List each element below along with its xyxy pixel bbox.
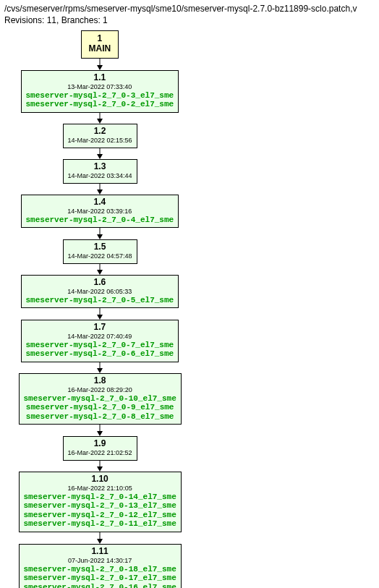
svg-marker-9 <box>97 234 103 239</box>
revision-date: 16-Mar-2022 21:02:52 <box>68 449 132 456</box>
revision-version: 1.3 <box>68 162 132 172</box>
svg-marker-13 <box>97 315 103 320</box>
revisions-info: Revisions: 11, Branches: 1 <box>4 14 375 26</box>
revision-version: 1.1 <box>26 73 174 83</box>
revision-graph: 1MAIN1.113-Mar-2022 07:33:40smeserver-my… <box>0 27 379 588</box>
revision-tag: smeserver-mysql-2_7_0-8_el7_sme <box>24 412 176 422</box>
revision-date: 07-Jun-2022 14:30:17 <box>24 557 176 564</box>
revision-node: 1.916-Mar-2022 21:02:52 <box>63 436 137 460</box>
svg-marker-15 <box>97 368 103 373</box>
revision-node: 1.714-Mar-2022 07:40:49smeserver-mysql-2… <box>21 320 179 362</box>
header: /cvs/smeserver/rpms/smeserver-mysql/sme1… <box>0 0 379 27</box>
branch-root-node: 1MAIN <box>81 30 119 59</box>
revision-node: 1.614-Mar-2022 06:05:33smeserver-mysql-2… <box>21 275 179 308</box>
revision-node: 1.1016-Mar-2022 21:10:05smeserver-mysql-… <box>19 472 182 532</box>
revision-node: 1.214-Mar-2022 02:15:56 <box>63 124 137 148</box>
revision-tag: smeserver-mysql-2_7_0-6_el7_sme <box>26 349 174 359</box>
revision-version: 1.9 <box>68 439 132 449</box>
revision-version: 1.5 <box>68 242 132 252</box>
revision-tag: smeserver-mysql-2_7_0-9_el7_sme <box>24 403 176 412</box>
revision-tag: smeserver-mysql-2_7_0-12_el7_sme <box>24 511 176 520</box>
revision-version: 1.11 <box>24 547 176 557</box>
revision-date: 13-Mar-2022 07:33:40 <box>26 83 174 90</box>
revision-date: 16-Mar-2022 21:10:05 <box>24 485 176 492</box>
page: /cvs/smeserver/rpms/smeserver-mysql/sme1… <box>0 0 379 588</box>
revision-version: 1.10 <box>24 474 176 485</box>
svg-marker-17 <box>97 431 103 436</box>
svg-marker-5 <box>97 154 103 159</box>
revision-tag: smeserver-mysql-2_7_0-3_el7_sme <box>26 91 174 101</box>
revision-version: 1.7 <box>26 323 174 333</box>
revision-date: 14-Mar-2022 03:39:16 <box>26 208 174 215</box>
svg-marker-3 <box>97 119 103 124</box>
revision-date: 16-Mar-2022 08:29:20 <box>24 386 176 393</box>
revision-node: 1.1107-Jun-2022 14:30:17smeserver-mysql-… <box>19 544 182 588</box>
path-text: /cvs/smeserver/rpms/smeserver-mysql/sme1… <box>4 3 375 14</box>
svg-marker-7 <box>97 189 103 195</box>
revision-tag: smeserver-mysql-2_7_0-10_el7_sme <box>24 394 176 404</box>
revision-version: 1.4 <box>26 197 174 208</box>
svg-marker-19 <box>97 466 103 472</box>
revision-version: 1.2 <box>68 127 132 137</box>
svg-marker-11 <box>97 270 103 275</box>
revision-node: 1.414-Mar-2022 03:39:16smeserver-mysql-2… <box>21 195 179 228</box>
revision-tag: smeserver-mysql-2_7_0-11_el7_sme <box>24 519 176 529</box>
revision-tag: smeserver-mysql-2_7_0-16_el7_sme <box>24 583 176 588</box>
revision-date: 14-Mar-2022 03:34:44 <box>68 172 132 179</box>
svg-marker-21 <box>97 539 103 544</box>
svg-marker-1 <box>97 65 103 70</box>
revision-tag: smeserver-mysql-2_7_0-4_el7_sme <box>26 216 174 225</box>
revision-node: 1.314-Mar-2022 03:34:44 <box>63 159 137 183</box>
revision-version: 1.6 <box>26 278 174 288</box>
revision-date: 14-Mar-2022 04:57:48 <box>68 252 132 260</box>
revision-node: 1.113-Mar-2022 07:33:40smeserver-mysql-2… <box>21 70 179 112</box>
revision-node: 1.816-Mar-2022 08:29:20smeserver-mysql-2… <box>19 373 182 425</box>
revision-date: 14-Mar-2022 06:05:33 <box>26 288 174 295</box>
revision-node: 1.514-Mar-2022 04:57:48 <box>63 239 137 263</box>
revision-tag: smeserver-mysql-2_7_0-17_el7_sme <box>24 574 176 583</box>
revision-tag: smeserver-mysql-2_7_0-2_el7_sme <box>26 100 174 109</box>
revision-date: 14-Mar-2022 07:40:49 <box>26 333 174 340</box>
revision-tag: smeserver-mysql-2_7_0-7_el7_sme <box>26 341 174 350</box>
revision-tag: smeserver-mysql-2_7_0-18_el7_sme <box>24 565 176 574</box>
revision-tag: smeserver-mysql-2_7_0-13_el7_sme <box>24 501 176 511</box>
revision-version: 1.8 <box>24 376 176 386</box>
revision-tag: smeserver-mysql-2_7_0-5_el7_sme <box>26 296 174 305</box>
revision-tag: smeserver-mysql-2_7_0-14_el7_sme <box>24 493 176 502</box>
revision-date: 14-Mar-2022 02:15:56 <box>68 137 132 144</box>
